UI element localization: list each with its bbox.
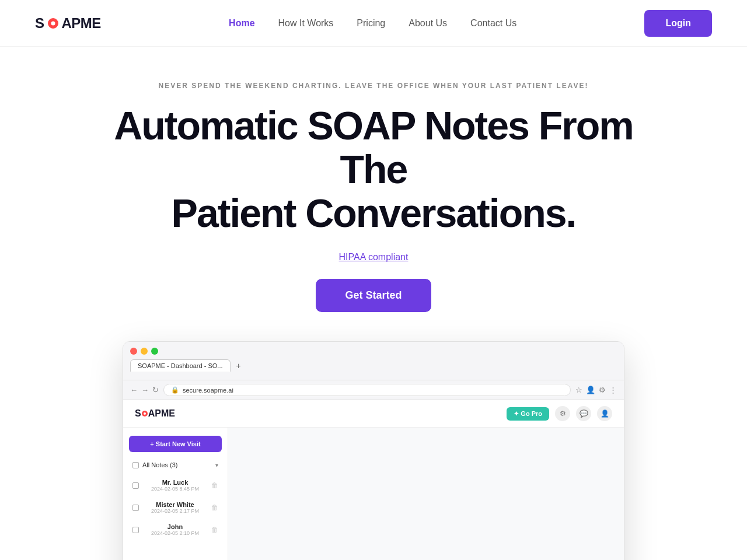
main-panel: ⏺ Start Recording Conversation ↖: [228, 428, 624, 560]
logo-dot-icon: [48, 18, 58, 29]
chrome-address-bar-row: ← → ↻ 🔒 secure.soapme.ai ☆ 👤 ⚙ ⋮: [123, 380, 624, 400]
more-icon[interactable]: ⋮: [609, 386, 617, 394]
refresh-icon[interactable]: ↻: [152, 386, 159, 394]
nav-link-home[interactable]: Home: [229, 18, 254, 28]
patient-date-1: 2024-02-05 2:17 PM: [142, 508, 208, 514]
browser-mockup: SOAPME - Dashboard - SO... + ← → ↻ 🔒 sec…: [123, 341, 624, 560]
nav-right: Login: [644, 10, 712, 37]
user-icon[interactable]: 👤: [597, 406, 612, 421]
patient-item-1[interactable]: Mister White 2024-02-05 2:17 PM 🗑: [129, 498, 222, 517]
patient-checkbox-1[interactable]: [132, 505, 139, 511]
navigation: SAPME Home How It Works Pricing About Us…: [0, 0, 747, 47]
all-notes-label: All Notes (3): [142, 461, 178, 468]
all-notes-checkbox[interactable]: [132, 462, 139, 468]
address-bar[interactable]: 🔒 secure.soapme.ai: [163, 384, 571, 396]
hero-title-line2: Patient Conversations.: [172, 191, 576, 235]
patient-checkbox-2[interactable]: [132, 527, 139, 533]
patient-checkbox-0[interactable]: [132, 482, 139, 489]
logo-text-apme: APME: [62, 15, 101, 32]
nav-item-home[interactable]: Home: [229, 18, 254, 29]
sidebar: + Start New Visit All Notes (3) ▾ Mr. Lu…: [123, 428, 228, 560]
delete-patient-0-icon[interactable]: 🗑: [211, 481, 218, 489]
patient-item-2[interactable]: John 2024-02-05 2:10 PM 🗑: [129, 520, 222, 540]
hero-title-line1: Automatic SOAP Notes From The: [114, 103, 633, 191]
lock-icon: 🔒: [171, 386, 179, 394]
delete-patient-1-icon[interactable]: 🗑: [211, 503, 218, 512]
patient-date-2: 2024-02-05 2:10 PM: [142, 530, 208, 536]
hero-title: Automatic SOAP Notes From The Patient Co…: [111, 104, 636, 235]
notes-filter-left: All Notes (3): [132, 461, 178, 468]
patient-date-0: 2024-02-05 8:45 PM: [142, 486, 208, 492]
address-text: secure.soapme.ai: [183, 387, 233, 394]
app-header: SAPME ✦ Go Pro ⚙ 💬 👤: [123, 400, 624, 428]
patient-info-0: Mr. Luck 2024-02-05 8:45 PM: [142, 479, 208, 492]
settings-icon[interactable]: ⚙: [555, 406, 570, 421]
app-logo: SAPME: [135, 408, 175, 419]
forward-icon[interactable]: →: [141, 386, 149, 394]
profile-icon[interactable]: 👤: [586, 386, 595, 394]
logo[interactable]: SAPME: [35, 15, 101, 32]
patient-item-0[interactable]: Mr. Luck 2024-02-05 8:45 PM 🗑: [129, 475, 222, 495]
chrome-nav-buttons: ← → ↻: [130, 386, 159, 394]
patient-info-2: John 2024-02-05 2:10 PM: [142, 523, 208, 536]
nav-links: Home How It Works Pricing About Us Conta…: [229, 18, 516, 29]
go-pro-button[interactable]: ✦ Go Pro: [507, 407, 549, 421]
hero-section: NEVER SPEND THE WEEKEND CHARTING. LEAVE …: [0, 47, 747, 560]
app-header-right: ✦ Go Pro ⚙ 💬 👤: [507, 406, 612, 421]
delete-patient-2-icon[interactable]: 🗑: [211, 526, 218, 534]
browser-tab-bar: SOAPME - Dashboard - SO... +: [130, 359, 617, 372]
hero-tagline: NEVER SPEND THE WEEKEND CHARTING. LEAVE …: [12, 82, 735, 90]
nav-item-pricing[interactable]: Pricing: [357, 18, 385, 29]
nav-link-pricing[interactable]: Pricing: [357, 18, 385, 28]
bookmark-icon[interactable]: ☆: [575, 386, 582, 394]
app-body: + Start New Visit All Notes (3) ▾ Mr. Lu…: [123, 428, 624, 560]
messages-icon[interactable]: 💬: [576, 406, 591, 421]
filter-dropdown-icon[interactable]: ▾: [215, 462, 218, 468]
nav-item-about[interactable]: About Us: [409, 18, 447, 29]
new-visit-button[interactable]: + Start New Visit: [129, 436, 222, 452]
patient-name-2: John: [142, 523, 208, 530]
nav-item-contact[interactable]: Contact Us: [470, 18, 516, 29]
patient-name-0: Mr. Luck: [142, 479, 208, 486]
nav-link-contact[interactable]: Contact Us: [470, 18, 516, 28]
back-icon[interactable]: ←: [130, 386, 138, 394]
minimize-icon[interactable]: [141, 348, 148, 355]
new-tab-button[interactable]: +: [233, 360, 245, 372]
browser-tab[interactable]: SOAPME - Dashboard - SO...: [130, 359, 231, 372]
app-logo-dot-icon: [142, 411, 148, 416]
hipaa-link[interactable]: HIPAA compliant: [12, 252, 735, 262]
login-button[interactable]: Login: [644, 10, 712, 37]
nav-link-about[interactable]: About Us: [409, 18, 447, 28]
close-icon[interactable]: [130, 348, 137, 355]
extensions-icon[interactable]: ⚙: [599, 386, 606, 394]
notes-filter: All Notes (3) ▾: [129, 459, 222, 471]
browser-chrome: SOAPME - Dashboard - SO... +: [123, 342, 624, 380]
get-started-button[interactable]: Get Started: [316, 279, 431, 312]
patient-name-1: Mister White: [142, 501, 208, 508]
browser-traffic-lights: [130, 348, 617, 355]
nav-link-how[interactable]: How It Works: [278, 18, 334, 28]
app-content: SAPME ✦ Go Pro ⚙ 💬 👤 + Start New Visit: [123, 400, 624, 560]
chrome-action-icons: ☆ 👤 ⚙ ⋮: [575, 386, 617, 394]
patient-info-1: Mister White 2024-02-05 2:17 PM: [142, 501, 208, 514]
maximize-icon[interactable]: [151, 348, 158, 355]
logo-text-s: S: [35, 15, 44, 32]
nav-item-how[interactable]: How It Works: [278, 18, 334, 29]
